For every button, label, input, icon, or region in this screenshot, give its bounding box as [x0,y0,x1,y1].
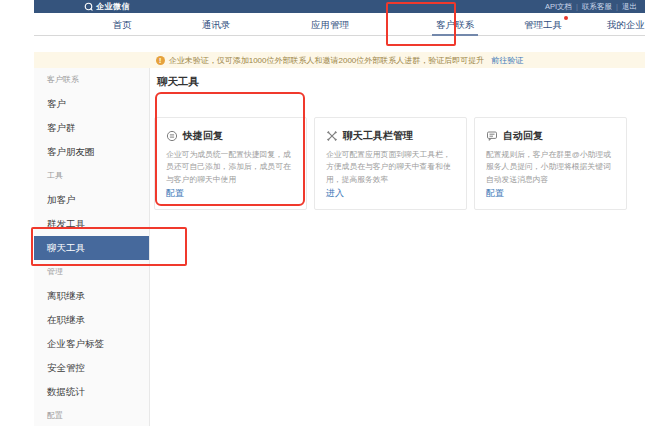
sidebar-item-customers[interactable]: 客户 [34,92,149,116]
card-chat-toolbar: 聊天工具栏管理 企业可配置应用页面到聊天工具栏，方便成员在与客户的聊天中查看和使… [314,117,467,210]
card-description: 配置规则后，客户在群里@小助理或服务人员提问，小助理将根据关键词自动发送消息内容 [486,149,615,186]
feature-cards: 快捷回复 企业可为成员统一配置快捷回复，成员还可自己添加，添加后，成员可在与客户… [154,117,627,210]
quick-reply-icon [166,130,178,142]
chat-toolbar-enter-link[interactable]: 进入 [326,187,455,200]
tab-contacts[interactable]: 通讯录 [202,13,231,36]
app-logo-text: 企业微信 [96,1,130,12]
sidebar-header-customer-contact: 客户联系 [34,68,149,92]
auto-reply-configure-link[interactable]: 配置 [486,187,615,200]
tab-management-tools[interactable]: 管理工具 [524,13,562,36]
contact-support-link[interactable]: 联系客服 [582,2,622,12]
sidebar-item-resigned-transfer[interactable]: 离职继承 [34,284,149,308]
sidebar-item-add-customer[interactable]: 加客户 [34,188,149,212]
sidebar-item-customer-moments[interactable]: 客户朋友圈 [34,140,149,164]
logout-link[interactable]: 退出 [622,2,637,12]
tab-my-enterprise[interactable]: 我的企业 [607,13,645,36]
go-verify-link[interactable]: 前往验证 [491,55,523,66]
sidebar-item-customer-tags[interactable]: 企业客户标签 [34,332,149,356]
card-title: 聊天工具栏管理 [343,129,413,143]
new-badge-dot [564,16,568,20]
card-title: 自动回复 [503,129,543,143]
quick-reply-configure-link[interactable]: 配置 [166,187,295,200]
card-description: 企业可配置应用页面到聊天工具栏，方便成员在与客户的聊天中查看和使用，提高服务效率 [326,149,455,186]
warning-icon: ! [156,56,165,65]
card-chat-toolbar-head: 聊天工具栏管理 [326,129,455,143]
sidebar-item-customer-groups[interactable]: 客户群 [34,116,149,140]
sidebar-item-onjob-transfer[interactable]: 在职继承 [34,308,149,332]
sidebar-header-tools: 工具 [34,164,149,188]
notice-text: 企业未验证，仅可添加1000位外部联系人和邀请2000位外部联系人进群，验证后即… [169,55,485,66]
main-content: 聊天工具 快捷回复 企业可为成员统一配置快捷回复，成员还可自己添加，添加后，成员… [151,68,645,426]
wework-logo-icon [84,2,93,11]
card-description: 企业可为成员统一配置快捷回复，成员还可自己添加，添加后，成员可在与客户的聊天中使… [166,149,295,186]
card-title: 快捷回复 [183,129,223,143]
tab-app-management[interactable]: 应用管理 [311,13,349,36]
sidebar-item-chat-tools[interactable]: 聊天工具 [34,236,149,260]
sidebar-item-mass-message[interactable]: 群发工具 [34,212,149,236]
card-auto-reply-head: 自动回复 [486,129,615,143]
top-bar: 企业微信 API文档 联系客服 退出 [34,0,645,13]
card-quick-reply-head: 快捷回复 [166,129,295,143]
main-nav: 首页 通讯录 应用管理 客户联系 管理工具 我的企业 [34,13,645,36]
sidebar: 客户联系 客户 客户群 客户朋友圈 工具 加客户 群发工具 聊天工具 管理 离职… [34,68,150,426]
card-auto-reply: 自动回复 配置规则后，客户在群里@小助理或服务人员提问，小助理将根据关键词自动发… [474,117,627,210]
sidebar-item-data-statistics[interactable]: 数据统计 [34,380,149,404]
tab-home[interactable]: 首页 [113,13,132,36]
sidebar-item-security-control[interactable]: 安全管控 [34,356,149,380]
chat-toolbar-icon [326,130,338,142]
page-title: 聊天工具 [157,75,199,89]
auto-reply-icon [486,130,498,142]
card-quick-reply: 快捷回复 企业可为成员统一配置快捷回复，成员还可自己添加，添加后，成员可在与客户… [154,117,307,210]
sidebar-header-configuration: 配置 [34,404,149,426]
sidebar-header-management: 管理 [34,260,149,284]
app-logo: 企业微信 [84,1,130,12]
topbar-links: API文档 联系客服 退出 [545,2,637,12]
verification-notice-bar: ! 企业未验证，仅可添加1000位外部联系人和邀请2000位外部联系人进群，验证… [34,52,645,68]
api-docs-link[interactable]: API文档 [545,2,582,12]
tab-customer-contact[interactable]: 客户联系 [436,13,474,36]
